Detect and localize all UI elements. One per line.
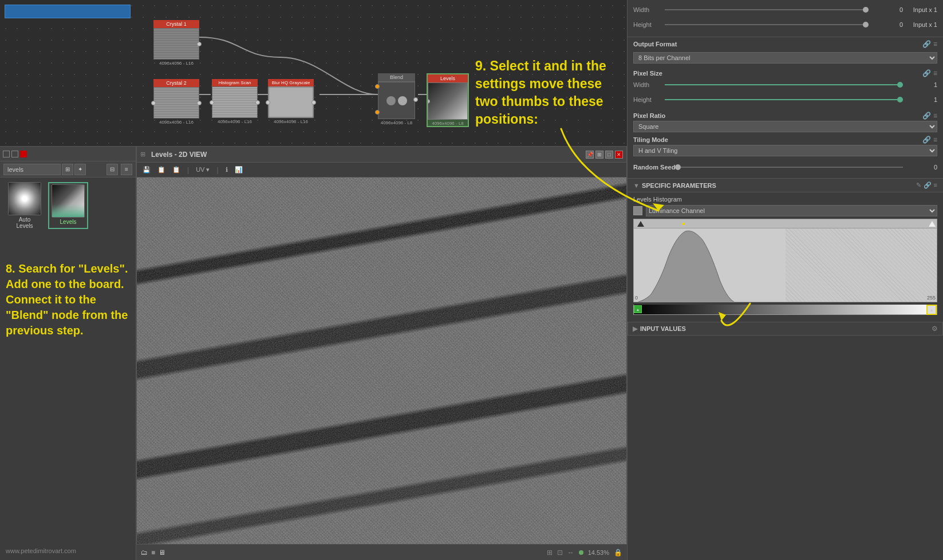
filter-btn[interactable]: ⊞ bbox=[62, 164, 73, 175]
pixel-size-icons: 🔗 ≡ bbox=[922, 69, 937, 77]
sp-link-icon[interactable]: 🔗 bbox=[924, 182, 932, 189]
input-thumb-left[interactable] bbox=[637, 221, 644, 227]
library-item-levels[interactable]: Levels bbox=[48, 182, 88, 229]
node-levels-graph[interactable]: Levels 4096x4096 - L8 bbox=[427, 73, 469, 127]
height-label: Height bbox=[633, 21, 665, 28]
node-histogram-label: 4096x4096 - L16 bbox=[218, 119, 252, 124]
pixel-width-slider[interactable] bbox=[665, 84, 903, 85]
input-thumb-mid[interactable] bbox=[682, 223, 685, 225]
node-levels-graph-preview bbox=[428, 82, 468, 120]
win-float[interactable]: ⊞ bbox=[595, 151, 603, 159]
specific-params-header: ▼ SPECIFIC PARAMETERS ✎ 🔗 ≡ bbox=[628, 179, 943, 192]
node-blurhq[interactable]: Blur HQ Grayscale 4096x4096 - L16 bbox=[268, 79, 314, 124]
toolbar-copy[interactable]: 📋 bbox=[155, 165, 168, 175]
library-item-autolevels[interactable]: AutoLevels bbox=[5, 182, 45, 229]
channel-select[interactable]: Luminance Channel bbox=[646, 205, 937, 216]
win-max[interactable]: □ bbox=[605, 151, 613, 159]
pixel-width-row: Width 1 bbox=[633, 78, 937, 91]
random-seed-slider[interactable] bbox=[675, 167, 903, 168]
width-slider[interactable] bbox=[665, 9, 869, 10]
grid-icon: ⊞ bbox=[547, 549, 553, 557]
ratio-menu-icon[interactable]: ≡ bbox=[933, 112, 937, 120]
monitor-icon[interactable]: 🖥 bbox=[159, 549, 165, 557]
link-icon[interactable]: 🔗 bbox=[922, 40, 931, 48]
node-crystal1-header: Crystal 1 bbox=[153, 20, 199, 28]
node-crystal2-preview bbox=[153, 87, 199, 119]
node-blend-preview bbox=[378, 82, 415, 119]
input-values-section[interactable]: ▶ INPUT VALUES ⚙ bbox=[628, 322, 943, 336]
grid-view-btn[interactable]: ⊟ bbox=[106, 164, 118, 175]
node-blend[interactable]: Blend 4096x4096 - L8 bbox=[378, 73, 415, 125]
histogram-right-hatch bbox=[786, 228, 937, 302]
height-slider[interactable] bbox=[665, 24, 869, 25]
node-blend-label: 4096x4096 - L8 bbox=[381, 120, 413, 125]
ratio-link-icon[interactable]: 🔗 bbox=[922, 112, 931, 120]
pixel-height-slider[interactable] bbox=[665, 99, 903, 100]
node-crystal1-preview bbox=[153, 28, 199, 60]
histogram-graph-container: 0 255 bbox=[633, 228, 937, 302]
view-2d-canvas[interactable] bbox=[137, 178, 626, 545]
pixel-height-label: Height bbox=[633, 96, 665, 103]
pixel-ratio-title: Pixel Ratio bbox=[633, 112, 665, 119]
output-thumb-left[interactable]: ▲ bbox=[634, 305, 642, 313]
square-icon[interactable]: ■ bbox=[151, 549, 155, 557]
output-thumb-right[interactable]: ▲ bbox=[926, 305, 937, 315]
histogram-max-label: 255 bbox=[927, 295, 936, 301]
pixel-ratio-header: Pixel Ratio 🔗 ≡ bbox=[633, 112, 937, 120]
lock-icon[interactable]: 🔒 bbox=[614, 549, 622, 557]
sp-menu-icon[interactable]: ≡ bbox=[934, 182, 937, 189]
node-crystal1[interactable]: Crystal 1 4096x4096 - L16 bbox=[153, 20, 199, 66]
output-format-dropdown-container: 8 Bits per Channel bbox=[628, 51, 943, 67]
view-2d-panel: ⊞ Levels - 2D VIEW 📌 ⊞ □ ✕ 💾 📋 📋 | UV ▾ … bbox=[136, 146, 627, 560]
pixel-link-icon[interactable]: 🔗 bbox=[922, 69, 931, 77]
list-view-btn[interactable]: ≡ bbox=[121, 164, 132, 175]
histogram-svg bbox=[634, 228, 786, 302]
zoom-level: 14.53% bbox=[588, 549, 609, 556]
toolbar-save[interactable]: 💾 bbox=[140, 165, 153, 175]
specific-params-content: Levels Histogram Luminance Channel bbox=[628, 192, 943, 322]
add-btn[interactable]: ✦ bbox=[74, 164, 86, 175]
toolbar-paste[interactable]: 📋 bbox=[170, 165, 183, 175]
output-format-select[interactable]: 8 Bits per Channel bbox=[633, 52, 937, 64]
node-search-input[interactable]: levels bbox=[3, 164, 61, 175]
node-crystal1-label: 4096x4096 - L16 bbox=[159, 61, 194, 66]
toolbar-uv[interactable]: UV ▾ bbox=[194, 165, 212, 175]
view-2d-toolbar: 💾 📋 📋 | UV ▾ | ℹ 📊 bbox=[137, 163, 626, 178]
specific-params-title: SPECIFIC PARAMETERS bbox=[642, 182, 716, 189]
height-value: 0 bbox=[869, 21, 903, 28]
pixel-ratio-select[interactable]: Square bbox=[633, 121, 937, 132]
node-histogram[interactable]: Histogram Scan 4096x4096 - L16 bbox=[212, 79, 258, 124]
tiling-mode-select[interactable]: H and V Tiling bbox=[633, 145, 937, 156]
node-levels-graph-label: 4096x4096 - L8 bbox=[432, 121, 464, 126]
tiling-mode-section: Tiling Mode 🔗 ≡ H and V Tiling bbox=[628, 133, 943, 159]
node-crystal2-header: Crystal 2 bbox=[153, 79, 199, 87]
pixel-width-value: 1 bbox=[903, 81, 937, 88]
pixel-menu-icon[interactable]: ≡ bbox=[933, 69, 937, 77]
win-close[interactable]: ✕ bbox=[615, 151, 623, 159]
height-unit: Input x 1 bbox=[903, 21, 937, 28]
output-format-icons: 🔗 ≡ bbox=[922, 40, 937, 48]
input-thumb-right[interactable] bbox=[929, 221, 936, 227]
toolbar-info[interactable]: ℹ bbox=[223, 165, 230, 175]
dot-indicator bbox=[579, 550, 583, 555]
panel-close[interactable] bbox=[20, 151, 27, 157]
win-pin[interactable]: 📌 bbox=[586, 151, 594, 159]
size-section: Width 0 Input x 1 Height 0 Input x 1 bbox=[628, 0, 943, 37]
sp-edit-icon[interactable]: ✎ bbox=[916, 182, 921, 189]
pixel-height-value: 1 bbox=[903, 96, 937, 103]
toolbar-histogram[interactable]: 📊 bbox=[232, 165, 245, 175]
node-graph[interactable]: Crystal 1 4096x4096 - L16 Crystal 2 4096… bbox=[0, 0, 627, 146]
menu-icon[interactable]: ≡ bbox=[933, 40, 937, 48]
tiling-menu-icon[interactable]: ≡ bbox=[933, 136, 937, 144]
node-crystal2-label: 4096x4096 - L16 bbox=[159, 120, 194, 125]
iv-gear-icon[interactable]: ⚙ bbox=[932, 325, 938, 333]
node-blurhq-label: 4096x4096 - L16 bbox=[274, 119, 308, 124]
left-panel: levels ⊞ ✦ ⊟ ≡ AutoLevels Levels 8. Sear… bbox=[0, 146, 136, 560]
histogram-min-label: 0 bbox=[635, 295, 638, 301]
node-crystal2[interactable]: Crystal 2 4096x4096 - L16 bbox=[153, 79, 199, 125]
graph-search-input[interactable] bbox=[5, 5, 131, 18]
layer-icon[interactable]: 🗂 bbox=[141, 549, 148, 557]
tiling-link-icon[interactable]: 🔗 bbox=[922, 136, 931, 144]
histogram-input-thumbs bbox=[633, 219, 937, 228]
right-panel: Width 0 Input x 1 Height 0 Input x 1 Out… bbox=[627, 0, 943, 560]
